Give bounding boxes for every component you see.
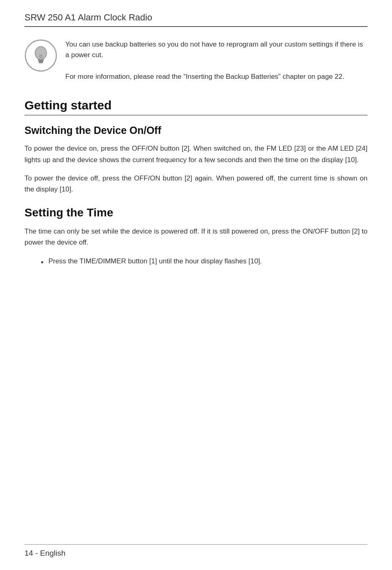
- switching-para2: To power the device off, press the OFF/O…: [24, 173, 368, 195]
- footer-line: [24, 544, 368, 545]
- bullet-list: Press the TIME/DIMMER button [1] until t…: [41, 256, 368, 272]
- svg-rect-4: [39, 62, 43, 63]
- svg-rect-3: [38, 61, 43, 62]
- switching-para1: To power the device on, press the OFF/ON…: [24, 143, 368, 165]
- setting-time-heading: Setting the Time: [24, 206, 368, 219]
- tip-para2: For more information, please read the “I…: [65, 73, 344, 80]
- tip-block: You can use backup batteries so you do n…: [24, 39, 368, 82]
- svg-rect-2: [38, 59, 44, 61]
- tip-para1: You can use backup batteries so you do n…: [65, 40, 363, 59]
- bullet-item-1: Press the TIME/DIMMER button [1] until t…: [41, 256, 368, 268]
- setting-time-intro: The time can only be set while the devic…: [24, 226, 368, 248]
- bullet-item-1-text: Press the TIME/DIMMER button [1] until t…: [48, 256, 262, 267]
- switching-subheading: Switching the Device On/Off: [24, 125, 368, 136]
- page-wrapper: SRW 250 A1 Alarm Clock Radio You can use…: [0, 0, 392, 570]
- tip-text-content: You can use backup batteries so you do n…: [65, 39, 368, 82]
- footer-text: 14 - English: [24, 549, 368, 558]
- page-title: SRW 250 A1 Alarm Clock Radio: [24, 12, 152, 22]
- page-header: SRW 250 A1 Alarm Clock Radio: [24, 12, 368, 27]
- page-footer: 14 - English: [0, 544, 392, 558]
- lightbulb-icon: [24, 39, 57, 72]
- getting-started-heading: Getting started: [24, 98, 368, 116]
